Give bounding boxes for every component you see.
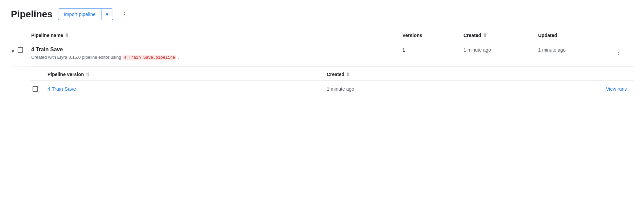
version-header-created: Created ⇅ xyxy=(327,72,606,77)
header-created: Created ⇅ xyxy=(463,33,538,38)
expanded-pipeline-section: Pipeline version ⇅ Created ⇅ 4 Train Sav… xyxy=(31,67,633,97)
pipeline-updated-cell: 1 minute ago xyxy=(538,47,613,53)
kebab-icon: ⋮ xyxy=(121,10,128,18)
table-row: ▾ 4 Train Save Created with Elyra 3.15.0… xyxy=(11,41,633,67)
version-row-checkbox[interactable] xyxy=(33,86,38,92)
table-header-row: Pipeline name ⇅ Versions Created ⇅ Updat… xyxy=(11,30,633,41)
view-runs-link[interactable]: View runs xyxy=(606,86,629,92)
version-actions-cell: View runs xyxy=(606,86,633,92)
chevron-down-icon: ▼ xyxy=(105,12,109,17)
version-name-cell: 4 Train Save xyxy=(48,86,327,92)
pipeline-name-cell: 4 Train Save Created with Elyra 3.15.0 p… xyxy=(31,47,402,61)
pipeline-row-checkbox[interactable] xyxy=(18,47,23,53)
sort-icon-name[interactable]: ⇅ xyxy=(65,33,69,37)
version-table-header: Pipeline version ⇅ Created ⇅ xyxy=(31,68,633,81)
pipeline-updated-time: 1 minute ago xyxy=(538,47,566,53)
header-more-options-button[interactable]: ⋮ xyxy=(118,8,131,20)
row-kebab-icon: ⋮ xyxy=(615,48,622,56)
pipeline-description: Created with Elyra 3.15.0 pipeline edito… xyxy=(31,54,402,61)
version-created-cell: 1 minute ago xyxy=(327,86,606,92)
version-header-name: Pipeline version ⇅ xyxy=(48,72,327,77)
sort-icon-version-created[interactable]: ⇅ xyxy=(346,72,350,76)
page-title: Pipelines xyxy=(11,9,53,20)
import-pipeline-button[interactable]: Import pipeline xyxy=(58,9,101,20)
sort-icon-created[interactable]: ⇅ xyxy=(483,33,487,37)
pipeline-code-filename: 4 Train Save.pipeline xyxy=(122,55,176,60)
import-pipeline-button-group: Import pipeline ▼ xyxy=(58,8,113,20)
version-table-row: 4 Train Save 1 minute ago View runs xyxy=(31,81,633,97)
import-pipeline-dropdown-button[interactable]: ▼ xyxy=(101,9,113,20)
header-updated: Updated xyxy=(538,33,613,38)
header-row: Pipelines Import pipeline ▼ ⋮ xyxy=(11,8,633,20)
pipeline-versions-count: 1 xyxy=(402,47,463,53)
expand-row-button[interactable]: ▾ xyxy=(11,47,15,55)
header-pipeline-name: Pipeline name ⇅ xyxy=(31,33,402,38)
header-versions: Versions xyxy=(402,33,463,38)
sort-icon-version-name[interactable]: ⇅ xyxy=(86,72,89,76)
version-checkbox-cell xyxy=(31,86,48,92)
version-created-time: 1 minute ago xyxy=(327,86,354,92)
page-container: Pipelines Import pipeline ▼ ⋮ Pipeline n… xyxy=(0,0,644,105)
pipelines-table: Pipeline name ⇅ Versions Created ⇅ Updat… xyxy=(11,30,633,97)
pipeline-row-more-button[interactable]: ⋮ xyxy=(613,47,624,57)
pipeline-created-cell: 1 minute ago xyxy=(463,47,538,53)
version-name-link[interactable]: 4 Train Save xyxy=(48,86,76,92)
expand-checkbox-cell: ▾ xyxy=(11,47,31,55)
pipeline-name: 4 Train Save xyxy=(31,47,402,53)
pipeline-created-time: 1 minute ago xyxy=(463,47,491,53)
pipeline-row-actions: ⋮ xyxy=(613,47,633,57)
